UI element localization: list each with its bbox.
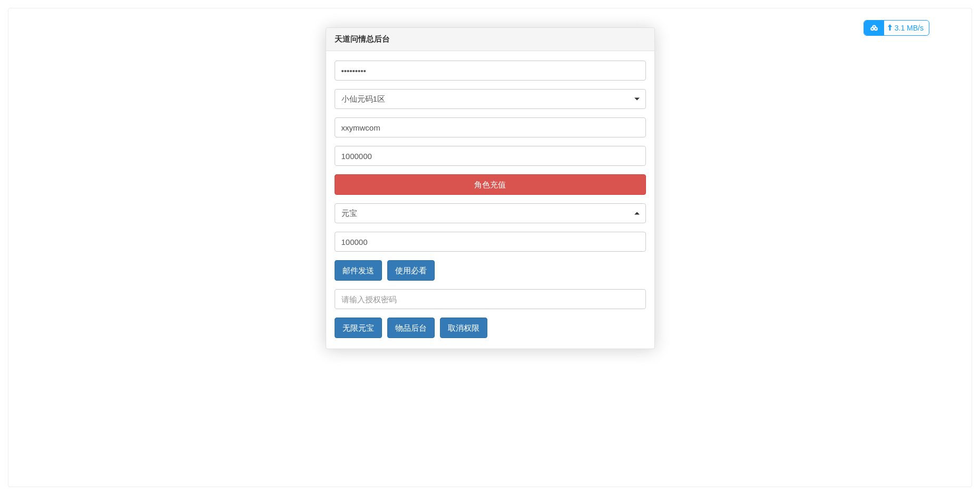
panel-body: 小仙元码1区 角色充值 元宝 (326, 51, 654, 349)
currency-select-group: 元宝 (335, 203, 646, 223)
amount-group (335, 146, 646, 166)
send-mail-button[interactable]: 邮件发送 (335, 260, 382, 281)
password-group (335, 61, 646, 81)
item-backend-button[interactable]: 物品后台 (387, 318, 435, 338)
recharge-group: 角色充值 (335, 174, 646, 195)
button-row-2: 无限元宝 物品后台 取消权限 (335, 318, 646, 338)
upload-arrow-icon (887, 24, 893, 32)
page-root: 天道问情总后台 小仙元码1区 角色充值 (0, 0, 980, 495)
svg-point-4 (875, 28, 877, 29)
svg-point-5 (873, 26, 875, 28)
account-group (335, 117, 646, 137)
password-input[interactable] (335, 61, 646, 81)
recharge-button[interactable]: 角色充值 (335, 174, 646, 195)
server-select[interactable]: 小仙元码1区 (335, 89, 646, 109)
svg-point-3 (871, 28, 873, 29)
admin-panel: 天道问情总后台 小仙元码1区 角色充值 (326, 27, 655, 349)
unlimited-yuanbao-button[interactable]: 无限元宝 (335, 318, 382, 338)
currency-select[interactable]: 元宝 (335, 203, 646, 223)
server-select-group: 小仙元码1区 (335, 89, 646, 109)
button-row-1: 邮件发送 使用必看 (335, 260, 646, 281)
cloud-icon (864, 21, 884, 35)
speed-body: 3.1 MB/s (884, 21, 929, 35)
mail-amount-group (335, 232, 646, 252)
amount-input[interactable] (335, 146, 646, 166)
auth-input[interactable] (335, 289, 646, 309)
account-input[interactable] (335, 117, 646, 137)
panel-title: 天道问情总后台 (326, 28, 654, 51)
revoke-permission-button[interactable]: 取消权限 (440, 318, 487, 338)
speed-value: 3.1 MB/s (895, 24, 924, 32)
usage-guide-button[interactable]: 使用必看 (387, 260, 435, 281)
auth-group (335, 289, 646, 309)
page-inner: 天道问情总后台 小仙元码1区 角色充值 (8, 8, 972, 487)
mail-amount-input[interactable] (335, 232, 646, 252)
speed-widget[interactable]: 3.1 MB/s (864, 20, 929, 36)
